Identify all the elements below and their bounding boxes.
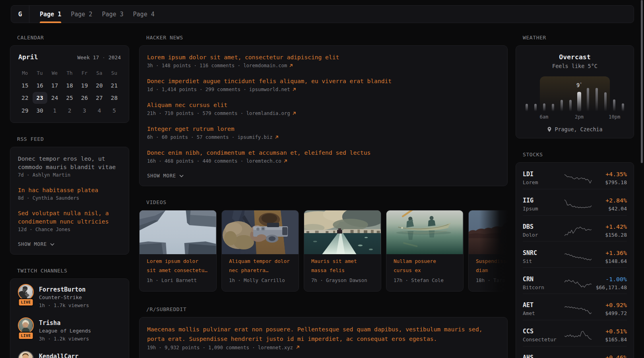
video-card[interactable]: Suspendissediam18h · Tara Walsh (468, 210, 508, 292)
stock-row[interactable]: SNRCSit+1.36%$148.64 (523, 241, 627, 267)
video-title-line2: diam (476, 266, 508, 275)
calendar-day-cell[interactable]: 25 (62, 92, 77, 105)
twitch-channel-row[interactable]: LIVEForrestBurtonCounter-Strike1h · 1.7k… (18, 284, 121, 309)
calendar-day-cell[interactable]: 30 (32, 104, 47, 117)
twitch-channel-row[interactable]: KendallCarr (18, 351, 121, 358)
stock-row[interactable]: CRNBitcorn-1.00%$66,171.48 (523, 267, 627, 294)
hn-item-title[interactable]: Donec imperdiet augue tincidunt felis al… (147, 77, 500, 86)
videos-row-wrap: Lorem ipsum dolorsit amet consectetu…1h … (139, 210, 508, 292)
video-card-body: Suspendissediam18h · Tara Walsh (469, 254, 508, 291)
weather-temp-bar (596, 88, 598, 111)
calendar-day-cell[interactable]: 26 (77, 92, 92, 105)
stock-row[interactable]: LDILorem+4.35%$795.18 (523, 163, 627, 189)
calendar-day-cell[interactable]: 17 (47, 79, 62, 92)
twitch-avatar (18, 317, 34, 333)
tab-page-4[interactable]: Page 4 (133, 6, 155, 23)
calendar-widget-title: CALENDAR (17, 35, 129, 41)
stock-row[interactable]: AHS+0.46% (523, 346, 627, 358)
tab-page-1[interactable]: Page 1 (40, 6, 61, 23)
stock-row[interactable]: DBSDolor+1.42%$156.28 (523, 215, 627, 241)
calendar-day-cell[interactable]: 22 (17, 92, 32, 105)
stock-row[interactable]: IIGIpsum+2.84%$42.04 (523, 189, 627, 215)
stock-name: Bitcorn (523, 284, 564, 291)
calendar-day-cell[interactable]: 3 (77, 104, 92, 117)
weather-time-label: 10pm (609, 114, 620, 120)
twitch-channel-name[interactable]: Trisha (39, 319, 91, 327)
calendar-day-cell[interactable]: 1 (47, 104, 62, 117)
calendar-day-cell[interactable]: 18 (62, 79, 77, 92)
calendar-day-cell[interactable]: 20 (92, 79, 107, 92)
rss-widget: RSS FEED Donec tempor eros leo, ut commo… (10, 136, 129, 255)
weather-hour-column (522, 76, 531, 111)
stocks-widget: STOCKS LDILorem+4.35%$795.18IIGIpsum+2.8… (516, 152, 634, 358)
video-title-line2: nec pharetra… (229, 266, 291, 275)
rss-item-title[interactable]: Donec tempor eros leo, ut commodo mauris… (18, 154, 121, 171)
hn-item-meta-text: 3h · 148 points · 116 comments · loremdo… (147, 63, 287, 68)
calendar-day-cell[interactable]: 15 (17, 79, 32, 92)
calendar-month: April (18, 53, 38, 61)
hn-item-meta-text: 16h · 468 points · 440 comments · loremt… (147, 158, 281, 164)
subreddit-widget-title: /R/SUBREDDIT (146, 307, 508, 312)
stock-change: +1.42% (605, 223, 627, 231)
twitch-channel-name[interactable]: KendallCarr (39, 352, 78, 358)
weather-widget-title: WEATHER (523, 35, 634, 41)
video-card-body: Mauris sit ametmassa felis7h · Grayson D… (304, 254, 381, 291)
hn-item-title[interactable]: Integer eget rutrum lorem (147, 125, 500, 133)
stock-sparkline (564, 171, 592, 185)
tab-page-2[interactable]: Page 2 (71, 6, 92, 23)
page-tabs: Page 1Page 2Page 3Page 4 (40, 6, 155, 23)
rss-show-more-button[interactable]: SHOW MORE (18, 240, 121, 248)
hn-item: Lorem ipsum dolor sit amet, consectetur … (147, 53, 500, 70)
calendar-day-cell[interactable]: 28 (107, 92, 122, 105)
calendar-grid: MoTuWeThFrSaSu15161718192021222324252627… (17, 67, 122, 117)
rss-item-title[interactable]: Sed volutpat nulla nisl, a condimentum n… (18, 209, 121, 226)
weather-temp-bar (534, 104, 537, 111)
hn-item-title[interactable]: Donec enim nibh, condimentum et accumsan… (147, 148, 500, 157)
weather-hour-column (601, 76, 610, 111)
calendar-day-cell[interactable]: 16 (32, 79, 47, 92)
stock-price: $156.28 (605, 231, 627, 239)
hn-item-title[interactable]: Aliquam nec cursus elit (147, 101, 500, 109)
scrollbar-thumb[interactable] (641, 0, 643, 163)
hn-item-title[interactable]: Lorem ipsum dolor sit amet, consectetur … (147, 53, 500, 62)
video-meta: 1h · Molly Carrillo (229, 276, 291, 284)
calendar-day-cell[interactable]: 27 (92, 92, 107, 105)
tab-page-3[interactable]: Page 3 (102, 6, 123, 23)
video-card[interactable]: Nullam posuerecursus ex17h · Stefan Cole (386, 210, 464, 292)
calendar-day-cell[interactable]: 23 (32, 92, 47, 105)
video-card[interactable]: Mauris sit ametmassa felis7h · Grayson D… (304, 210, 381, 292)
weather-condition: Overcast (522, 53, 628, 61)
video-card[interactable]: Lorem ipsum dolorsit amet consectetu…1h … (139, 210, 217, 292)
stock-ticker: CRN (523, 275, 564, 284)
stock-row[interactable]: AETAmet+0.92%$499.72 (523, 294, 627, 320)
weather-hour-column (557, 76, 566, 111)
column-middle: HACKER NEWS Lorem ipsum dolor sit amet, … (139, 35, 508, 358)
video-card[interactable]: Aliquam tempor dolornec pharetra…1h · Mo… (221, 210, 299, 292)
app-logo[interactable]: G (11, 6, 29, 23)
calendar-day-cell[interactable]: 29 (17, 104, 32, 117)
twitch-avatar-box: LIVE (18, 284, 34, 309)
calendar-day-cell[interactable]: 4 (92, 104, 107, 117)
stock-row[interactable]: CCSConsectetur+0.51%$165.84 (523, 320, 627, 346)
calendar-day-cell[interactable]: 5 (107, 104, 122, 117)
column-right: WEATHER Overcast Feels like 5°C 9° 6am2p… (516, 35, 634, 358)
video-title-line2: cursus ex (394, 266, 456, 275)
stock-ticker: IIG (523, 197, 564, 205)
hn-show-more-button[interactable]: SHOW MORE (147, 172, 500, 180)
calendar-day-cell[interactable]: 19 (77, 79, 92, 92)
stock-change: +4.35% (605, 170, 627, 179)
twitch-channel-name[interactable]: ForrestBurton (39, 286, 89, 294)
calendar-day-cell[interactable]: 21 (107, 79, 122, 92)
subreddit-post-title[interactable]: Maecenas mollis pulvinar erat non posuer… (147, 325, 500, 344)
twitch-live-badge: LIVE (18, 298, 34, 306)
video-meta: 18h · Tara Walsh (476, 276, 508, 284)
rss-item: In hac habitasse platea8d · Cynthia Saun… (18, 186, 121, 202)
video-thumbnail-canoe (386, 210, 463, 254)
columns: CALENDAR April Week 17 · 2024 MoTuWeThFr… (10, 35, 634, 358)
rss-item-title[interactable]: In hac habitasse platea (18, 186, 121, 194)
calendar-day-cell[interactable]: 24 (47, 92, 62, 105)
hn-item-meta: 6h · 60 points · 57 comments · ipsumify.… (147, 133, 500, 141)
twitch-channel-row[interactable]: LIVETrishaLeague of Legends3h · 1.2k vie… (18, 317, 121, 343)
calendar-card: April Week 17 · 2024 MoTuWeThFrSaSu15161… (10, 45, 129, 123)
calendar-day-cell[interactable]: 2 (62, 104, 77, 117)
